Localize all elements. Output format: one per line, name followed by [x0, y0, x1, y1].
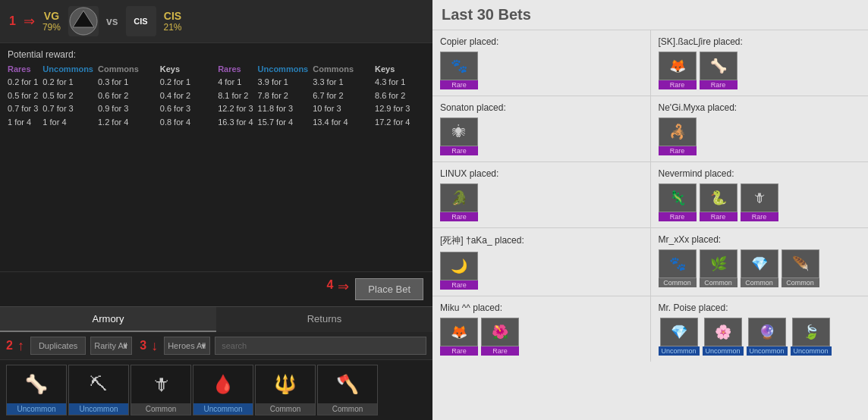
- item-image: 🔱: [256, 365, 315, 403]
- bet-item: 🦊 Rare: [659, 52, 697, 89]
- item-card[interactable]: ⛏ Uncommon: [68, 365, 129, 415]
- bet-card: [SK].ßacL∫ire placed: 🦊 Rare 🦴 Rare: [651, 30, 869, 96]
- bet-card: Copier placed: 🐾 Rare: [432, 30, 650, 96]
- bet-user: [死神] †aKa_ placed:: [440, 234, 643, 247]
- bet-items: 🕷 Rare: [440, 118, 643, 155]
- bet-item-image: 🌙: [440, 252, 478, 281]
- left-uncommons-header: Uncommons: [42, 64, 93, 74]
- bets-title: Last 30 Bets: [432, 0, 868, 30]
- bet-user: Mr_xXx placed:: [659, 234, 861, 245]
- bet-item-rarity: Common: [741, 278, 778, 287]
- duplicates-button[interactable]: Duplicates: [30, 337, 86, 355]
- bet-item: 🌙 Rare: [440, 252, 478, 290]
- bet-item: 🐾 Common: [659, 249, 697, 287]
- bet-item-rarity: Uncommon: [747, 346, 788, 356]
- left-keys-col: Keys 0.2 for 10.4 for 20.6 for 30.8 for …: [160, 64, 190, 129]
- bet-card: [死神] †aKa_ placed: 🌙 Rare: [432, 228, 650, 296]
- filter-down-arrow: ↓: [151, 338, 158, 354]
- bet-item-rarity: Common: [782, 278, 819, 287]
- bet-item-rarity: Rare: [659, 212, 697, 221]
- left-rares-header: Rares: [8, 64, 38, 74]
- bet-item-rarity: Uncommon: [791, 346, 832, 356]
- right-rares-header: Rares: [218, 64, 253, 74]
- item-card[interactable]: 🔱 Common: [255, 365, 316, 415]
- bet-item-image: 🐍: [700, 183, 737, 212]
- item-rarity-badge: Common: [256, 403, 315, 415]
- match-arrow-icon: ⇒: [24, 13, 35, 30]
- right-panel: Last 30 Bets Copier placed: 🐾 Rare [SK].…: [432, 0, 868, 420]
- bet-item: 🦂 Rare: [659, 118, 697, 155]
- left-commons-col: Commons 0.3 for 10.6 for 20.9 for 31.2 f…: [98, 64, 139, 129]
- bet-item: 🐾 Rare: [440, 52, 478, 89]
- bet-user: Nevermind placed:: [659, 168, 861, 179]
- heroes-select[interactable]: Heroes All: [164, 337, 210, 355]
- bet-item: 🌺 Rare: [481, 318, 519, 356]
- bet-item: 🪶 Common: [782, 249, 819, 287]
- bet-user: [SK].ßacL∫ire placed:: [659, 36, 861, 47]
- bet-item: 🦊 Rare: [440, 318, 478, 356]
- bet-items: 🐾 Common 🌿 Common 💎 Common 🪶 Common: [659, 249, 861, 287]
- filter-row: 2 ↑ Duplicates Rarity All ▼ 3 ↓ Heroes A…: [0, 332, 432, 360]
- team2-logo: CIS: [126, 6, 156, 36]
- right-keys-col: Keys 4.3 for 18.6 for 212.9 for 317.2 fo…: [375, 64, 410, 129]
- tab-returns[interactable]: Returns: [216, 307, 432, 332]
- bet-items: 🐾 Rare: [440, 52, 643, 89]
- heroes-select-wrapper: Heroes All ▼: [164, 337, 210, 355]
- item-card[interactable]: 🩸 Uncommon: [193, 365, 253, 415]
- bet-user: Mr. Poise placed:: [659, 302, 861, 313]
- item-card[interactable]: 🪓 Common: [317, 365, 378, 415]
- item-rarity-badge: Common: [131, 403, 190, 415]
- bet-item: 🐍 Rare: [700, 183, 737, 221]
- bet-user: Copier placed:: [440, 36, 643, 47]
- tab-armory[interactable]: Armory: [0, 307, 216, 332]
- bet-item: 🐊 Rare: [440, 183, 478, 221]
- bet-item-image: 🐊: [440, 183, 478, 212]
- bet-item-rarity: Rare: [440, 281, 478, 290]
- place-bet-button[interactable]: Place Bet: [355, 278, 423, 300]
- bet-item-image: 🗡: [741, 183, 778, 212]
- search-input[interactable]: [215, 337, 426, 355]
- item-image: 🦴: [7, 365, 66, 403]
- bet-annotation-4: 4: [326, 278, 333, 300]
- bet-user: Ne'Gi.Myxa placed:: [659, 102, 861, 113]
- bet-item-image: 🌿: [700, 249, 737, 278]
- bet-item-image: 🍃: [792, 318, 830, 346]
- item-image: 🩸: [193, 365, 253, 403]
- bet-item-rarity: Rare: [659, 80, 697, 89]
- bets-grid: Copier placed: 🐾 Rare [SK].ßacL∫ire plac…: [432, 30, 868, 362]
- bet-item-image: 🕷: [440, 118, 478, 146]
- bet-item: 🦴 Rare: [700, 52, 737, 89]
- item-image: 🪓: [318, 365, 377, 403]
- bet-item-image: 🦊: [659, 52, 697, 80]
- bet-user: Sonaton placed:: [440, 102, 643, 113]
- rarity-select[interactable]: Rarity All: [90, 337, 132, 355]
- bet-item: 🍃 Uncommon: [791, 318, 832, 356]
- bet-item-rarity: Rare: [700, 212, 737, 221]
- bet-item-rarity: Common: [659, 278, 697, 287]
- right-uncommons-header: Uncommons: [258, 64, 309, 74]
- tabs-row: Armory Returns: [0, 306, 432, 332]
- right-keys-header: Keys: [375, 64, 410, 74]
- left-commons-header: Commons: [98, 64, 139, 74]
- item-image: ⛏: [69, 365, 128, 403]
- item-image: 🗡: [131, 365, 190, 403]
- bet-items: 🐊 Rare: [440, 183, 643, 221]
- item-card[interactable]: 🗡 Common: [131, 365, 191, 415]
- potential-label: Potential reward:: [8, 49, 425, 60]
- item-rarity-badge: Common: [318, 403, 377, 415]
- annotation-2: 2: [6, 339, 13, 353]
- match-header: 1 ⇒ VG 79% vs CIS CIS 21%: [0, 0, 432, 43]
- items-grid: 🦴 Uncommon ⛏ Uncommon 🗡 Common 🩸 Uncommo…: [0, 360, 432, 420]
- team1-block: VG 79%: [42, 10, 61, 33]
- bet-item-rarity: Uncommon: [659, 346, 700, 356]
- item-card[interactable]: 🦴 Uncommon: [6, 365, 67, 415]
- bet-item-rarity: Rare: [440, 80, 478, 89]
- bet-item-rarity: Rare: [440, 212, 478, 221]
- bet-card: Sonaton placed: 🕷 Rare: [432, 96, 650, 161]
- bet-item-image: 🌸: [704, 318, 742, 346]
- bet-item-rarity: Rare: [700, 80, 737, 89]
- bet-item-rarity: Uncommon: [703, 346, 744, 356]
- bet-item-image: 🐾: [659, 249, 697, 278]
- bet-item-image: 🔮: [748, 318, 786, 346]
- bet-item: 💎 Common: [741, 249, 778, 287]
